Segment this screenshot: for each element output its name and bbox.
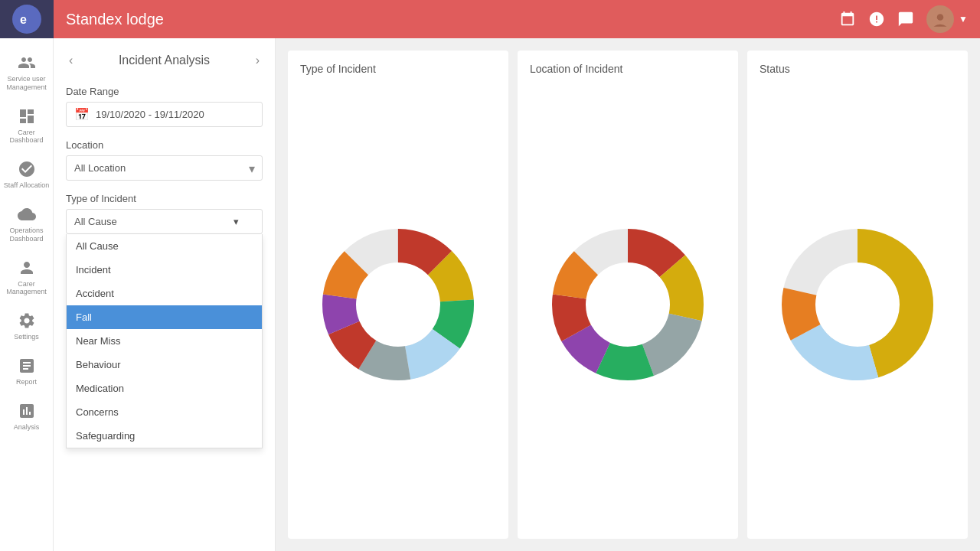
svg-text:e: e xyxy=(20,13,27,26)
type-of-incident-group: Type of Incident All Cause ▾ All Cause I… xyxy=(66,193,263,234)
dropdown-item-near-miss[interactable]: Near Miss xyxy=(67,329,262,353)
panel-title: Incident Analysis xyxy=(119,54,210,67)
svg-point-21 xyxy=(587,264,668,345)
avatar-chevron-icon: ▼ xyxy=(959,14,968,24)
location-donut-chart xyxy=(544,220,712,389)
left-panel: ‹ Incident Analysis › Date Range 📅 19/10… xyxy=(54,38,276,551)
sidebar-label-settings: Settings xyxy=(14,333,39,341)
sidebar-item-service-user[interactable]: Service user Management xyxy=(0,46,53,99)
svg-point-12 xyxy=(358,264,439,345)
type-donut-chart xyxy=(314,220,482,389)
type-select-value: All Cause xyxy=(74,216,117,227)
chat-icon[interactable] xyxy=(897,11,914,28)
type-select-wrapper: All Cause ▾ xyxy=(66,209,263,234)
svg-point-2 xyxy=(937,14,944,21)
panel-header: ‹ Incident Analysis › xyxy=(66,51,263,70)
sidebar-label-operations-dashboard: Operations Dashboard xyxy=(3,227,50,243)
location-group: Location All Location ▾ xyxy=(66,139,263,181)
chart-location-of-incident: Location of Incident xyxy=(518,51,738,539)
sidebar-label-service-user: Service user Management xyxy=(3,75,50,92)
svg-point-26 xyxy=(817,264,898,345)
logo-container: e xyxy=(0,0,54,38)
calendar-input-icon: 📅 xyxy=(74,107,90,122)
top-header: Standex lodge xyxy=(54,0,980,38)
analysis-icon xyxy=(18,402,36,420)
type-chevron-icon: ▾ xyxy=(234,216,239,227)
avatar-container[interactable]: ▼ xyxy=(926,5,968,33)
dropdown-item-fall[interactable]: Fall xyxy=(67,305,262,329)
people-icon xyxy=(18,54,36,72)
calendar-icon[interactable] xyxy=(839,11,856,28)
type-select-display[interactable]: All Cause ▾ xyxy=(66,209,263,234)
dashboard-icon xyxy=(18,107,36,126)
chart-type-container xyxy=(300,83,496,527)
chart-type-of-incident: Type of Incident xyxy=(288,51,508,539)
alert-icon[interactable] xyxy=(868,11,885,28)
prev-nav-button[interactable]: ‹ xyxy=(66,51,76,70)
dropdown-item-behaviour[interactable]: Behaviour xyxy=(67,353,262,377)
sidebar-label-report: Report xyxy=(16,378,37,386)
sidebar-item-settings[interactable]: Settings xyxy=(0,304,53,349)
dropdown-item-all-cause[interactable]: All Cause xyxy=(67,234,262,258)
sidebar: Service user Management Carer Dashboard … xyxy=(0,38,54,551)
sidebar-item-staff-allocation[interactable]: Staff Allocation xyxy=(0,152,53,197)
dropdown-item-concerns[interactable]: Concerns xyxy=(67,400,262,424)
sidebar-item-carer-dashboard[interactable]: Carer Dashboard xyxy=(0,99,53,153)
dropdown-item-incident[interactable]: Incident xyxy=(67,258,262,282)
dropdown-item-medication[interactable]: Medication xyxy=(67,377,262,400)
sidebar-label-carer-management: Carer Management xyxy=(3,280,50,297)
chart-type-title: Type of Incident xyxy=(300,63,376,75)
header-icons: ▼ xyxy=(839,5,968,33)
next-nav-button[interactable]: › xyxy=(253,51,263,70)
type-of-incident-label: Type of Incident xyxy=(66,193,263,204)
page-title: Standex lodge xyxy=(66,11,839,28)
dropdown-item-accident[interactable]: Accident xyxy=(67,282,262,305)
chart-location-title: Location of Incident xyxy=(530,63,622,75)
sidebar-label-staff-allocation: Staff Allocation xyxy=(4,181,49,190)
location-select[interactable]: All Location xyxy=(66,155,263,181)
chart-status-title: Status xyxy=(760,63,790,75)
chart-location-container xyxy=(530,83,726,527)
settings-icon xyxy=(18,311,36,330)
report-icon xyxy=(18,357,36,375)
sidebar-label-carer-dashboard: Carer Dashboard xyxy=(3,129,50,145)
date-range-input[interactable]: 📅 19/10/2020 - 19/11/2020 xyxy=(66,102,263,127)
dropdown-item-safeguarding[interactable]: Safeguarding xyxy=(67,424,262,448)
sidebar-item-operations-dashboard[interactable]: Operations Dashboard xyxy=(0,197,53,251)
chart-status-container xyxy=(760,83,956,527)
sidebar-item-analysis[interactable]: Analysis xyxy=(0,394,53,439)
sidebar-item-carer-management[interactable]: Carer Management xyxy=(0,251,53,305)
sidebar-label-analysis: Analysis xyxy=(14,423,40,432)
location-select-wrapper: All Location ▾ xyxy=(66,155,263,181)
carer-icon xyxy=(18,259,36,277)
status-donut-chart xyxy=(773,220,942,389)
location-label: Location xyxy=(66,139,263,151)
date-range-value: 19/10/2020 - 19/11/2020 xyxy=(96,109,204,120)
avatar xyxy=(926,5,954,33)
date-range-group: Date Range 📅 19/10/2020 - 19/11/2020 xyxy=(66,86,263,127)
app-logo: e xyxy=(12,5,41,34)
sidebar-item-report[interactable]: Report xyxy=(0,349,53,394)
chart-status: Status xyxy=(747,51,968,539)
operations-icon xyxy=(18,205,36,223)
staff-icon xyxy=(18,160,36,178)
charts-area: Type of Incident xyxy=(276,38,980,551)
date-range-label: Date Range xyxy=(66,86,263,97)
type-dropdown-list: All Cause Incident Accident Fall Near Mi… xyxy=(66,234,263,448)
